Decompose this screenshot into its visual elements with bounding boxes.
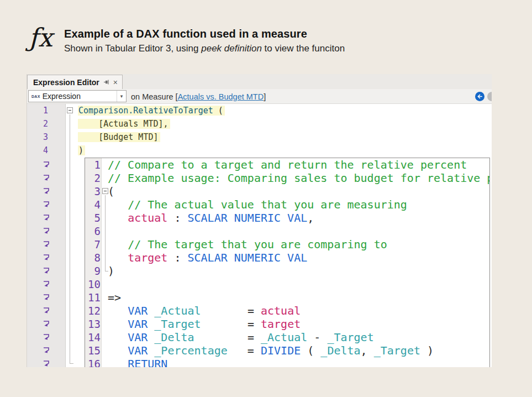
tab-expression-editor[interactable]: Expression Editor × <box>27 75 123 89</box>
toolbar: DAX Expression ▾ on Measure [Actuals vs.… <box>27 89 492 104</box>
line-wrap-marker <box>43 306 50 314</box>
line-wrap-marker <box>43 200 50 208</box>
dropdown-selected-value: Expression <box>43 92 117 101</box>
line-number: 2 <box>27 117 48 130</box>
measure-link[interactable]: Actuals vs. Budget MTD <box>178 92 264 101</box>
code-line[interactable]: ) <box>78 144 85 157</box>
measure-context: on Measure [Actuals vs. Budget MTD] <box>131 89 266 104</box>
peek-code-line[interactable]: 16 RETURN <box>85 357 489 367</box>
peek-line-number: 2 <box>85 171 101 185</box>
expression-type-dropdown[interactable]: DAX Expression ▾ <box>28 90 127 102</box>
peek-line-number: 16 <box>85 357 101 367</box>
forward-button[interactable] <box>487 92 492 101</box>
line-number: 1 <box>27 104 48 117</box>
peek-code-line[interactable]: 10 <box>85 278 489 291</box>
fold-collapse-box[interactable] <box>67 107 73 113</box>
line-wrap-marker <box>43 174 50 181</box>
line-number: 4 <box>27 144 48 157</box>
code-line[interactable]: Comparison.RelativeToTarget ( <box>78 104 225 117</box>
context-prefix: on Measure [ <box>131 92 178 101</box>
nav-buttons <box>470 89 492 104</box>
peek-code-line[interactable]: 11=> <box>85 291 489 304</box>
pin-icon[interactable] <box>103 79 109 85</box>
context-suffix: ] <box>264 92 266 101</box>
peek-code-line[interactable]: 15 VAR _Percentage = DIVIDE ( _Delta, _T… <box>85 344 489 357</box>
peek-line-number: 7 <box>85 238 101 251</box>
expression-editor-window: Expression Editor × DAX Expression ▾ on … <box>27 74 492 367</box>
peek-line-number: 8 <box>85 251 101 264</box>
line-wrap-marker <box>43 280 50 288</box>
fx-function-icon: ƒx <box>29 23 64 54</box>
dax-language-badge: DAX <box>29 95 43 98</box>
subtitle-italic: peek definition <box>201 43 262 54</box>
line-wrap-marker <box>43 346 50 354</box>
page-subtitle: Shown in Tabular Editor 3, using peek de… <box>64 43 345 54</box>
line-wrap-marker <box>43 227 50 234</box>
tab-label: Expression Editor <box>33 78 99 87</box>
code-line[interactable]: [Actuals MTD], <box>78 117 170 130</box>
peek-code-line[interactable]: 3( <box>85 185 489 198</box>
line-wrap-marker <box>43 267 50 274</box>
close-icon[interactable]: × <box>113 79 118 86</box>
peek-line-number: 3 <box>85 185 101 198</box>
line-wrap-marker <box>43 359 50 367</box>
peek-code-line[interactable]: 2// Example usage: Comparing sales to bu… <box>85 171 489 185</box>
line-wrap-marker <box>43 253 50 261</box>
peek-code-line[interactable]: 8 target : SCALAR NUMERIC VAL <box>85 251 489 264</box>
peek-code-line[interactable]: 4 // The actual value that you are measu… <box>85 198 489 211</box>
peek-line-number: 11 <box>85 291 101 304</box>
code-line[interactable]: [Budget MTD] <box>78 130 160 144</box>
peek-code-line[interactable]: 12 VAR _Actual = actual <box>85 304 489 317</box>
dax-code-editor[interactable]: 1234 Comparison.RelativeToTarget ( [Actu… <box>27 104 492 367</box>
peek-line-number: 13 <box>85 317 101 331</box>
peek-code-line[interactable]: 14 VAR _Delta = _Actual - _Target <box>85 331 489 344</box>
peek-line-number: 5 <box>85 211 101 224</box>
peek-line-number: 9 <box>85 264 101 278</box>
line-wrap-marker <box>43 333 50 341</box>
line-wrap-marker <box>43 320 50 327</box>
line-number: 3 <box>27 130 48 144</box>
line-wrap-marker <box>43 240 50 248</box>
peek-line-number: 6 <box>85 224 101 238</box>
peek-line-number: 14 <box>85 331 101 344</box>
slide-header: ƒx Example of a DAX function used in a m… <box>29 23 345 54</box>
peek-code-line[interactable]: 1// Compare to a target and return the r… <box>85 158 489 171</box>
peek-code-line[interactable]: 9) <box>85 264 489 278</box>
tab-bar: Expression Editor × <box>27 74 492 89</box>
chevron-down-icon[interactable]: ▾ <box>117 91 126 102</box>
peek-code-line[interactable]: 6 <box>85 224 489 238</box>
peek-line-number: 12 <box>85 304 101 317</box>
line-wrap-marker <box>43 213 50 221</box>
subtitle-suffix: to view the funciton <box>262 43 345 54</box>
peek-definition-panel[interactable]: 1// Compare to a target and return the r… <box>85 158 490 367</box>
code-folding-column <box>66 104 78 367</box>
peek-line-number: 10 <box>85 278 101 291</box>
line-number-gutter: 1234 <box>27 104 66 367</box>
peek-code-line[interactable]: 5 actual : SCALAR NUMERIC VAL, <box>85 211 489 224</box>
line-wrap-marker <box>43 293 50 301</box>
peek-line-number: 4 <box>85 198 101 211</box>
peek-line-number: 15 <box>85 344 101 357</box>
back-button[interactable] <box>475 92 484 101</box>
line-wrap-marker <box>43 160 50 168</box>
peek-code-line[interactable]: 13 VAR _Target = target <box>85 317 489 331</box>
peek-line-number: 1 <box>85 158 101 171</box>
line-wrap-marker <box>43 187 50 195</box>
page-title: Example of a DAX function used in a meas… <box>64 28 345 40</box>
peek-code-line[interactable]: 7 // The target that you are comparing t… <box>85 238 489 251</box>
subtitle-prefix: Shown in Tabular Editor 3, using <box>64 43 201 54</box>
